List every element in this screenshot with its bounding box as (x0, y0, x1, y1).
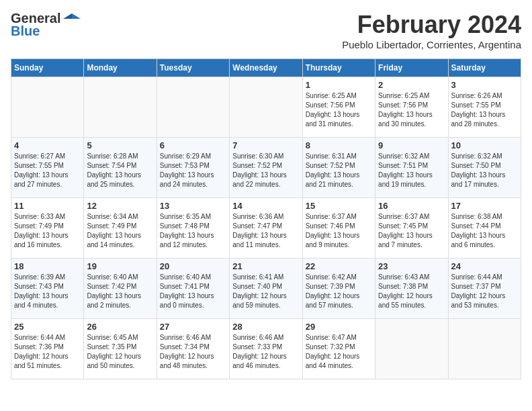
day-detail: Sunrise: 6:44 AM Sunset: 7:37 PM Dayligh… (451, 273, 518, 310)
calendar-cell: 16Sunrise: 6:37 AM Sunset: 7:45 PM Dayli… (375, 198, 448, 259)
day-number: 14 (232, 201, 299, 211)
calendar-cell (157, 77, 229, 138)
calendar-cell: 25Sunrise: 6:44 AM Sunset: 7:36 PM Dayli… (11, 319, 84, 379)
calendar-cell: 11Sunrise: 6:33 AM Sunset: 7:49 PM Dayli… (11, 198, 84, 259)
day-detail: Sunrise: 6:34 AM Sunset: 7:49 PM Dayligh… (87, 212, 153, 250)
calendar-cell (448, 319, 521, 379)
day-number: 12 (87, 201, 153, 211)
calendar-cell: 3Sunrise: 6:26 AM Sunset: 7:55 PM Daylig… (448, 77, 521, 138)
day-number: 4 (14, 140, 81, 150)
day-number: 16 (378, 201, 445, 211)
calendar-cell: 24Sunrise: 6:44 AM Sunset: 7:37 PM Dayli… (448, 259, 521, 319)
day-number: 23 (378, 261, 445, 271)
day-detail: Sunrise: 6:40 AM Sunset: 7:41 PM Dayligh… (160, 273, 226, 310)
day-number: 29 (306, 322, 372, 332)
calendar-body: 1Sunrise: 6:25 AM Sunset: 7:56 PM Daylig… (11, 77, 521, 379)
column-header-monday: Monday (84, 59, 157, 77)
day-number: 13 (160, 201, 226, 211)
calendar-cell: 2Sunrise: 6:25 AM Sunset: 7:56 PM Daylig… (375, 77, 448, 138)
column-header-wednesday: Wednesday (230, 59, 302, 77)
day-detail: Sunrise: 6:37 AM Sunset: 7:45 PM Dayligh… (378, 212, 445, 250)
day-detail: Sunrise: 6:33 AM Sunset: 7:49 PM Dayligh… (14, 212, 81, 250)
calendar-week-3: 11Sunrise: 6:33 AM Sunset: 7:49 PM Dayli… (11, 198, 521, 259)
day-detail: Sunrise: 6:25 AM Sunset: 7:56 PM Dayligh… (378, 91, 445, 129)
column-header-thursday: Thursday (302, 59, 375, 77)
day-detail: Sunrise: 6:41 AM Sunset: 7:40 PM Dayligh… (232, 273, 299, 310)
svg-marker-1 (63, 13, 72, 19)
column-header-sunday: Sunday (11, 59, 84, 77)
day-detail: Sunrise: 6:27 AM Sunset: 7:55 PM Dayligh… (14, 152, 81, 189)
calendar-cell: 26Sunrise: 6:45 AM Sunset: 7:35 PM Dayli… (84, 319, 157, 379)
day-number: 18 (14, 261, 81, 271)
day-number: 3 (451, 80, 518, 90)
day-number: 25 (14, 322, 81, 332)
day-detail: Sunrise: 6:46 AM Sunset: 7:34 PM Dayligh… (160, 333, 226, 371)
calendar-cell: 13Sunrise: 6:35 AM Sunset: 7:48 PM Dayli… (157, 198, 229, 259)
day-number: 27 (160, 322, 226, 332)
calendar-cell: 22Sunrise: 6:42 AM Sunset: 7:39 PM Dayli… (302, 259, 375, 319)
day-detail: Sunrise: 6:26 AM Sunset: 7:55 PM Dayligh… (451, 91, 518, 129)
calendar-header-row: SundayMondayTuesdayWednesdayThursdayFrid… (11, 59, 521, 77)
day-detail: Sunrise: 6:31 AM Sunset: 7:52 PM Dayligh… (306, 152, 372, 189)
calendar-cell: 4Sunrise: 6:27 AM Sunset: 7:55 PM Daylig… (11, 138, 84, 198)
calendar-cell (230, 77, 302, 138)
day-number: 5 (87, 140, 153, 150)
day-detail: Sunrise: 6:45 AM Sunset: 7:35 PM Dayligh… (87, 333, 153, 371)
day-detail: Sunrise: 6:44 AM Sunset: 7:36 PM Dayligh… (14, 333, 81, 371)
day-detail: Sunrise: 6:40 AM Sunset: 7:42 PM Dayligh… (87, 273, 153, 310)
calendar-cell (11, 77, 84, 138)
calendar-cell: 20Sunrise: 6:40 AM Sunset: 7:41 PM Dayli… (157, 259, 229, 319)
svg-marker-0 (72, 13, 81, 19)
calendar-cell: 7Sunrise: 6:30 AM Sunset: 7:52 PM Daylig… (230, 138, 302, 198)
day-detail: Sunrise: 6:38 AM Sunset: 7:44 PM Dayligh… (451, 212, 518, 250)
day-detail: Sunrise: 6:25 AM Sunset: 7:56 PM Dayligh… (306, 91, 372, 129)
calendar-cell: 8Sunrise: 6:31 AM Sunset: 7:52 PM Daylig… (302, 138, 375, 198)
day-detail: Sunrise: 6:46 AM Sunset: 7:33 PM Dayligh… (232, 333, 299, 371)
day-number: 20 (160, 261, 226, 271)
day-detail: Sunrise: 6:37 AM Sunset: 7:46 PM Dayligh… (306, 212, 372, 250)
calendar-cell: 17Sunrise: 6:38 AM Sunset: 7:44 PM Dayli… (448, 198, 521, 259)
calendar-cell: 14Sunrise: 6:36 AM Sunset: 7:47 PM Dayli… (230, 198, 302, 259)
day-number: 28 (232, 322, 299, 332)
day-detail: Sunrise: 6:28 AM Sunset: 7:54 PM Dayligh… (87, 152, 153, 189)
calendar-cell (375, 319, 448, 379)
calendar-cell: 29Sunrise: 6:47 AM Sunset: 7:32 PM Dayli… (302, 319, 375, 379)
day-detail: Sunrise: 6:36 AM Sunset: 7:47 PM Dayligh… (232, 212, 299, 250)
calendar-cell: 19Sunrise: 6:40 AM Sunset: 7:42 PM Dayli… (84, 259, 157, 319)
day-number: 24 (451, 261, 518, 271)
month-title: February 2024 (342, 11, 521, 39)
logo-bird-icon (63, 12, 81, 26)
calendar-week-1: 1Sunrise: 6:25 AM Sunset: 7:56 PM Daylig… (11, 77, 521, 138)
day-number: 7 (232, 140, 299, 150)
day-number: 2 (378, 80, 445, 90)
calendar-cell: 6Sunrise: 6:29 AM Sunset: 7:53 PM Daylig… (157, 138, 229, 198)
column-header-saturday: Saturday (448, 59, 521, 77)
logo: General Blue (11, 11, 81, 39)
day-detail: Sunrise: 6:29 AM Sunset: 7:53 PM Dayligh… (160, 152, 226, 189)
calendar-cell: 23Sunrise: 6:43 AM Sunset: 7:38 PM Dayli… (375, 259, 448, 319)
day-number: 6 (160, 140, 226, 150)
day-detail: Sunrise: 6:42 AM Sunset: 7:39 PM Dayligh… (306, 273, 372, 310)
day-number: 17 (451, 201, 518, 211)
calendar-week-4: 18Sunrise: 6:39 AM Sunset: 7:43 PM Dayli… (11, 259, 521, 319)
page-header: General Blue February 2024 Pueblo Libert… (11, 11, 521, 50)
calendar-cell: 21Sunrise: 6:41 AM Sunset: 7:40 PM Dayli… (230, 259, 302, 319)
day-detail: Sunrise: 6:32 AM Sunset: 7:51 PM Dayligh… (378, 152, 445, 189)
logo-blue: Blue (11, 24, 40, 39)
calendar-cell: 10Sunrise: 6:32 AM Sunset: 7:50 PM Dayli… (448, 138, 521, 198)
day-number: 9 (378, 140, 445, 150)
day-detail: Sunrise: 6:47 AM Sunset: 7:32 PM Dayligh… (306, 333, 372, 371)
day-number: 22 (306, 261, 372, 271)
calendar-cell: 5Sunrise: 6:28 AM Sunset: 7:54 PM Daylig… (84, 138, 157, 198)
calendar-cell: 12Sunrise: 6:34 AM Sunset: 7:49 PM Dayli… (84, 198, 157, 259)
location-title: Pueblo Libertador, Corrientes, Argentina (342, 39, 521, 50)
calendar-cell: 18Sunrise: 6:39 AM Sunset: 7:43 PM Dayli… (11, 259, 84, 319)
day-number: 10 (451, 140, 518, 150)
day-detail: Sunrise: 6:35 AM Sunset: 7:48 PM Dayligh… (160, 212, 226, 250)
calendar-cell: 28Sunrise: 6:46 AM Sunset: 7:33 PM Dayli… (230, 319, 302, 379)
calendar-week-5: 25Sunrise: 6:44 AM Sunset: 7:36 PM Dayli… (11, 319, 521, 379)
column-header-friday: Friday (375, 59, 448, 77)
calendar-cell (84, 77, 157, 138)
day-detail: Sunrise: 6:39 AM Sunset: 7:43 PM Dayligh… (14, 273, 81, 310)
calendar-cell: 15Sunrise: 6:37 AM Sunset: 7:46 PM Dayli… (302, 198, 375, 259)
